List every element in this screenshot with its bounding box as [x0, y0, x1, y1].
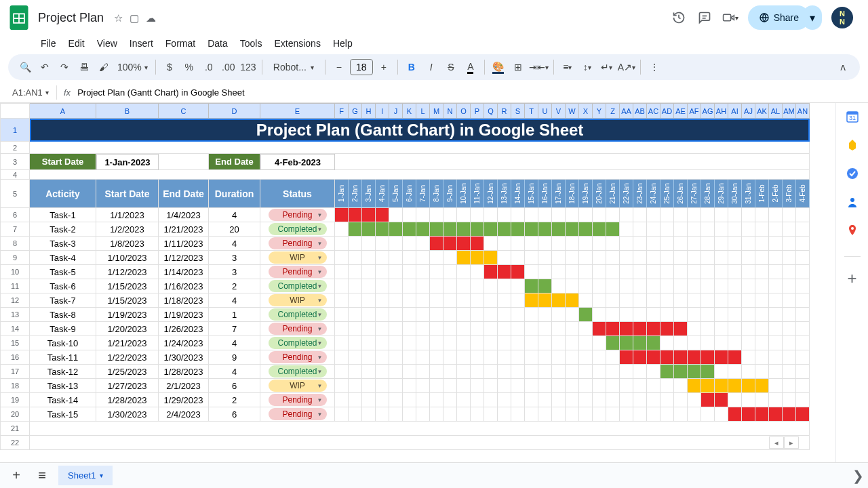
gantt-cell[interactable] — [430, 308, 443, 322]
gantt-cell[interactable] — [593, 336, 606, 350]
gantt-cell[interactable] — [796, 251, 810, 265]
table-header[interactable]: Start Date — [96, 180, 159, 208]
status-chip[interactable]: Completed — [269, 308, 327, 321]
gantt-cell[interactable] — [471, 222, 484, 237]
gantt-cell[interactable] — [755, 350, 769, 365]
day-header[interactable]: 2-Feb — [769, 180, 783, 208]
gantt-cell[interactable] — [349, 222, 362, 237]
row-header[interactable]: 8 — [0, 237, 30, 251]
gantt-cell[interactable] — [389, 379, 403, 393]
gantt-cell[interactable] — [335, 293, 349, 308]
gantt-cell[interactable] — [349, 293, 362, 308]
gantt-cell[interactable] — [606, 365, 620, 379]
task-start[interactable]: 1/19/2023 — [96, 308, 159, 322]
gantt-cell[interactable] — [796, 237, 810, 251]
gantt-cell[interactable] — [335, 237, 349, 251]
gantt-cell[interactable] — [728, 251, 742, 265]
gantt-cell[interactable] — [742, 322, 755, 336]
task-end[interactable]: 1/29/2023 — [159, 393, 209, 407]
gantt-cell[interactable] — [403, 350, 416, 365]
gantt-cell[interactable] — [647, 407, 660, 422]
gantt-cell[interactable] — [416, 293, 430, 308]
row-header[interactable]: 20 — [0, 407, 30, 422]
gantt-cell[interactable] — [755, 308, 769, 322]
gantt-cell[interactable] — [498, 237, 511, 251]
gantt-cell[interactable] — [755, 279, 769, 293]
gantt-cell[interactable] — [525, 293, 538, 308]
task-end[interactable]: 1/11/2023 — [159, 237, 209, 251]
gantt-cell[interactable] — [416, 365, 430, 379]
gantt-cell[interactable] — [606, 251, 620, 265]
bold-icon[interactable]: B — [403, 58, 420, 77]
cell[interactable] — [30, 142, 810, 154]
gantt-cell[interactable] — [755, 393, 769, 407]
gantt-cell[interactable] — [633, 208, 647, 222]
day-header[interactable]: 6-Jan — [403, 180, 416, 208]
day-header[interactable]: 1-Feb — [755, 180, 769, 208]
gantt-cell[interactable] — [647, 222, 660, 237]
add-sheet-icon[interactable]: + — [7, 468, 26, 483]
gantt-cell[interactable] — [783, 393, 796, 407]
gantt-cell[interactable] — [606, 407, 620, 422]
gantt-cell[interactable] — [552, 407, 566, 422]
gantt-cell[interactable] — [443, 379, 457, 393]
gantt-cell[interactable] — [796, 322, 810, 336]
task-status[interactable]: Pending — [260, 393, 335, 407]
cell[interactable] — [159, 154, 209, 170]
gantt-cell[interactable] — [416, 336, 430, 350]
task-duration[interactable]: 20 — [209, 222, 260, 237]
gantt-cell[interactable] — [579, 350, 593, 365]
gantt-cell[interactable] — [552, 393, 566, 407]
row-header[interactable]: 11 — [0, 279, 30, 293]
gantt-cell[interactable] — [376, 208, 389, 222]
gantt-cell[interactable] — [674, 393, 688, 407]
gantt-cell[interactable] — [498, 407, 511, 422]
gantt-cell[interactable] — [688, 251, 701, 265]
gantt-cell[interactable] — [538, 222, 552, 237]
gantt-cell[interactable] — [796, 208, 810, 222]
task-status[interactable]: Completed — [260, 365, 335, 379]
gantt-cell[interactable] — [362, 279, 376, 293]
row-header[interactable]: 13 — [0, 308, 30, 322]
gantt-cell[interactable] — [376, 393, 389, 407]
gantt-cell[interactable] — [701, 393, 715, 407]
task-duration[interactable]: 4 — [209, 365, 260, 379]
gantt-cell[interactable] — [593, 237, 606, 251]
gantt-cell[interactable] — [362, 237, 376, 251]
valign-icon[interactable]: ↕▾ — [578, 58, 596, 77]
gantt-cell[interactable] — [593, 279, 606, 293]
gantt-cell[interactable] — [728, 293, 742, 308]
gantt-cell[interactable] — [335, 379, 349, 393]
sheet-tab[interactable]: Sheet1▾ — [58, 466, 113, 485]
gantt-cell[interactable] — [443, 365, 457, 379]
gantt-cell[interactable] — [593, 365, 606, 379]
task-name[interactable]: Task-4 — [30, 251, 96, 265]
task-start[interactable]: 1/12/2023 — [96, 265, 159, 279]
gantt-cell[interactable] — [593, 322, 606, 336]
gantt-cell[interactable] — [742, 293, 755, 308]
day-header[interactable]: 25-Jan — [660, 180, 674, 208]
day-header[interactable]: 1-Jan — [335, 180, 349, 208]
gantt-cell[interactable] — [457, 237, 471, 251]
gantt-cell[interactable] — [389, 293, 403, 308]
day-header[interactable]: 21-Jan — [606, 180, 620, 208]
status-chip[interactable]: Completed — [269, 365, 327, 378]
gantt-cell[interactable] — [484, 308, 498, 322]
menu-file[interactable]: File — [35, 35, 62, 52]
menu-data[interactable]: Data — [202, 35, 233, 52]
gantt-cell[interactable] — [484, 293, 498, 308]
gantt-cell[interactable] — [566, 365, 579, 379]
gantt-cell[interactable] — [728, 336, 742, 350]
gantt-cell[interactable] — [783, 350, 796, 365]
gantt-cell[interactable] — [742, 265, 755, 279]
gantt-cell[interactable] — [769, 393, 783, 407]
gantt-cell[interactable] — [660, 379, 674, 393]
gantt-cell[interactable] — [511, 208, 525, 222]
status-chip[interactable]: Pending — [269, 323, 327, 335]
gantt-cell[interactable] — [769, 365, 783, 379]
gantt-cell[interactable] — [349, 379, 362, 393]
task-status[interactable]: Completed — [260, 308, 335, 322]
gantt-cell[interactable] — [525, 322, 538, 336]
gantt-cell[interactable] — [755, 379, 769, 393]
col-header[interactable]: AL — [769, 103, 783, 119]
